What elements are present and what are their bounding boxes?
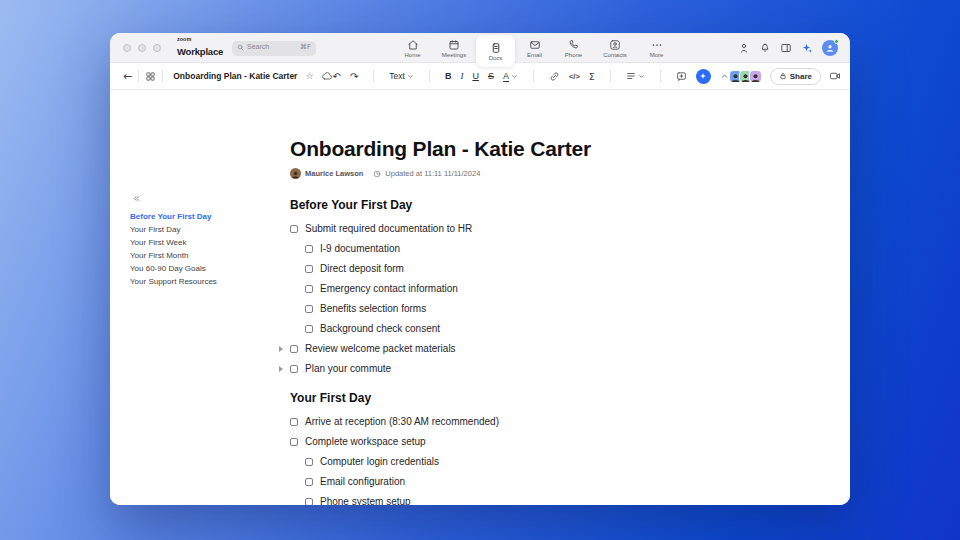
- tab-label: Home: [404, 52, 420, 58]
- formatting-tools: ↶ ↷ Text B I U S A </> Σ: [333, 69, 729, 84]
- checkbox[interactable]: [290, 438, 298, 446]
- calendar-icon: [448, 39, 460, 51]
- checkbox[interactable]: [305, 305, 313, 313]
- apps-grid-icon[interactable]: [145, 71, 156, 82]
- checklist-item-text[interactable]: Background check consent: [320, 323, 440, 335]
- checkbox[interactable]: [290, 345, 298, 353]
- checklist-row: Benefits selection forms: [305, 299, 730, 319]
- zoom-window-button[interactable]: [153, 44, 161, 52]
- formula-button[interactable]: Σ: [589, 71, 595, 82]
- search-icon: [237, 44, 244, 51]
- checklist-row: Complete workspace setup: [290, 432, 730, 452]
- checkbox[interactable]: [305, 325, 313, 333]
- checklist-item-text[interactable]: Direct deposit form: [320, 263, 404, 275]
- outline-item-your-first-day[interactable]: Your First Day: [130, 223, 275, 236]
- checkbox[interactable]: [305, 265, 313, 273]
- outline-item-your-first-month[interactable]: Your First Month: [130, 249, 275, 262]
- nav-tabs: HomeMeetingsDocsEmailPhoneContactsMore: [393, 33, 676, 63]
- close-window-button[interactable]: [123, 44, 131, 52]
- outline-item-before-your-first-day[interactable]: Before Your First Day: [130, 210, 275, 223]
- video-camera-icon[interactable]: [829, 70, 841, 82]
- checklist-item-text[interactable]: Email configuration: [320, 476, 405, 488]
- tab-email[interactable]: Email: [515, 33, 554, 63]
- ai-companion-button[interactable]: [696, 69, 711, 84]
- expand-caret-icon[interactable]: [279, 346, 283, 352]
- tab-home[interactable]: Home: [393, 33, 432, 63]
- user-avatar[interactable]: [822, 40, 838, 56]
- checklist-item-text[interactable]: I-9 documentation: [320, 243, 400, 255]
- section-heading-your-first-day: Your First Day: [290, 391, 730, 406]
- tab-label: Email: [527, 52, 542, 58]
- favorite-star-icon[interactable]: ☆: [305, 71, 313, 81]
- chat-bubble-icon[interactable]: [849, 71, 850, 82]
- contacts-icon: [609, 39, 621, 51]
- checklist-item-text[interactable]: Complete workspace setup: [305, 436, 426, 448]
- checklist-item-text[interactable]: Benefits selection forms: [320, 303, 426, 315]
- ai-companion-sparkle-icon[interactable]: [801, 42, 813, 54]
- checklist-row: Email configuration: [305, 472, 730, 492]
- redo-button[interactable]: ↷: [350, 71, 358, 82]
- checklist-item-text[interactable]: Phone system setup: [320, 496, 411, 505]
- search-shortcut: ⌘F: [300, 43, 311, 52]
- doc-body: Before Your First DaySubmit required doc…: [290, 198, 730, 505]
- updated-timestamp: Updated at 11:11 11/11/2024: [385, 169, 480, 178]
- share-button[interactable]: Share: [770, 68, 821, 85]
- chevron-down-icon: [638, 73, 645, 80]
- underline-button[interactable]: U: [472, 71, 479, 81]
- checklist-item-text[interactable]: Plan your commute: [305, 363, 391, 375]
- presence-avatar-3[interactable]: [749, 70, 762, 83]
- checklist-item-text[interactable]: Arrive at reception (8:30 AM recommended…: [305, 416, 499, 428]
- outline-panel: Before Your First DayYour First DayYour …: [130, 194, 275, 288]
- notifications-bell-icon[interactable]: [759, 42, 771, 54]
- checklist-item-text[interactable]: Submit required documentation to HR: [305, 223, 472, 235]
- checkbox[interactable]: [305, 478, 313, 486]
- checklist-row: Phone system setup: [305, 492, 730, 505]
- checkbox[interactable]: [305, 458, 313, 466]
- checkbox[interactable]: [290, 418, 298, 426]
- tab-contacts[interactable]: Contacts: [593, 33, 637, 63]
- outline-item-your-first-week[interactable]: Your First Week: [130, 236, 275, 249]
- checkbox[interactable]: [290, 225, 298, 233]
- undo-button[interactable]: ↶: [333, 71, 341, 82]
- mail-icon: [529, 39, 541, 51]
- bold-button[interactable]: B: [445, 71, 452, 81]
- doc-back-button[interactable]: ←: [123, 70, 132, 83]
- presence-avatars[interactable]: [729, 70, 762, 83]
- checklist-item-text[interactable]: Emergency contact information: [320, 283, 458, 295]
- lock-icon: [779, 72, 787, 80]
- collapse-toolbar-icon[interactable]: [720, 72, 729, 81]
- search-input[interactable]: Search ⌘F: [232, 41, 316, 56]
- checkbox[interactable]: [290, 365, 298, 373]
- checklist-item-text[interactable]: Computer login credentials: [320, 456, 439, 468]
- checkbox[interactable]: [305, 285, 313, 293]
- list-format-dropdown[interactable]: [626, 71, 645, 81]
- outline-item-you-60-90-day-goals[interactable]: You 60-90 Day Goals: [130, 262, 275, 275]
- checkbox[interactable]: [305, 498, 313, 505]
- add-comment-icon[interactable]: [676, 71, 687, 82]
- side-panel-toggle-icon[interactable]: [780, 42, 792, 54]
- tab-meetings[interactable]: Meetings: [432, 33, 476, 63]
- link-icon[interactable]: [549, 71, 560, 82]
- section-heading-before-your-first-day: Before Your First Day: [290, 198, 730, 213]
- chevron-down-icon: [407, 73, 414, 80]
- profile-icon[interactable]: [738, 42, 750, 54]
- collapse-outline-icon[interactable]: [132, 194, 275, 203]
- code-block-button[interactable]: </>: [569, 72, 580, 81]
- tab-docs[interactable]: Docs: [476, 35, 515, 67]
- tab-label: Contacts: [603, 52, 627, 58]
- tab-label: Phone: [565, 52, 582, 58]
- checkbox[interactable]: [305, 245, 313, 253]
- text-style-dropdown[interactable]: Text: [389, 71, 414, 81]
- strikethrough-button[interactable]: S: [488, 71, 494, 81]
- outline-item-your-support-resources[interactable]: Your Support Resources: [130, 275, 275, 288]
- tab-phone[interactable]: Phone: [554, 33, 593, 63]
- minimize-window-button[interactable]: [138, 44, 146, 52]
- chevron-down-icon: [511, 73, 518, 80]
- italic-button[interactable]: I: [460, 71, 463, 81]
- checklist-item-text[interactable]: Review welcome packet materials: [305, 343, 456, 355]
- tab-more[interactable]: More: [637, 33, 676, 63]
- doc-page: Onboarding Plan - Katie Carter Maurice L…: [290, 90, 730, 505]
- expand-caret-icon[interactable]: [279, 366, 283, 372]
- doc-title-breadcrumb[interactable]: Onboarding Plan - Katie Carter: [173, 71, 297, 81]
- text-color-dropdown[interactable]: A: [503, 71, 518, 82]
